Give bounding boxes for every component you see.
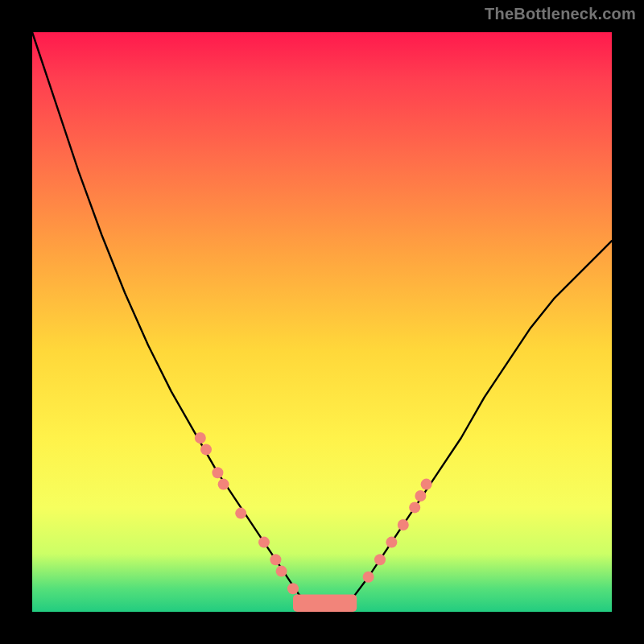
chart-container: TheBottleneck.com [0,0,644,644]
plot-area [32,32,612,612]
marker-dot [235,508,246,519]
marker-dot [398,519,409,530]
chart-overlay [32,32,612,612]
marker-group [195,432,432,594]
valley-bar [293,594,357,612]
marker-dot [200,444,212,455]
marker-dot [287,583,299,594]
marker-dot [218,479,229,490]
marker-dot [212,467,223,478]
marker-dot [195,432,206,444]
marker-dot [421,479,432,490]
curve-line [32,32,612,612]
marker-dot [363,572,374,583]
marker-dot [276,566,287,577]
marker-dot [415,490,426,502]
marker-dot [386,537,397,548]
marker-dot [270,554,281,565]
marker-dot [374,554,386,565]
watermark-label: TheBottleneck.com [485,5,636,23]
marker-dot [409,502,420,513]
marker-dot [258,537,270,548]
